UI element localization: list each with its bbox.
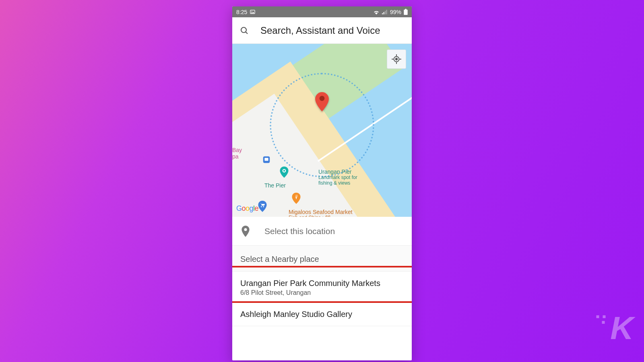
- my-location-button[interactable]: [387, 49, 406, 69]
- poi-title: The Pier: [264, 182, 286, 189]
- map-pin[interactable]: [315, 92, 329, 113]
- poi-camera-icon: [280, 167, 289, 178]
- svg-rect-5: [386, 10, 387, 14]
- map-viewport[interactable]: Urangan Pier Landmark spot for fishing &…: [232, 44, 412, 217]
- poi-title: Migaloos Seafood Market: [289, 209, 353, 215]
- poi-restaurant-icon: [292, 193, 301, 204]
- map-label-migaloos[interactable]: Migaloos Seafood Market Fish and Chips •…: [289, 209, 353, 217]
- map-label-bay-spa[interactable]: Bay pa: [232, 140, 242, 166]
- nearby-place-item[interactable]: Urangan Pier Park Community Markets 6/8 …: [232, 272, 412, 302]
- place-name: Ashleigh Manley Studio Gallery: [240, 310, 404, 319]
- search-icon: [239, 26, 249, 35]
- svg-rect-2: [382, 13, 383, 14]
- location-accuracy-circle: [270, 73, 374, 177]
- place-name: Urangan Pier Park Community Markets: [240, 279, 404, 288]
- svg-rect-4: [385, 11, 386, 14]
- poi-title: Urangan Pier: [318, 169, 357, 175]
- crosshair-icon: [391, 54, 402, 64]
- svg-point-1: [252, 11, 252, 12]
- select-this-location[interactable]: Select this location: [232, 217, 412, 246]
- signal-icon: [382, 10, 388, 14]
- select-location-label: Select this location: [264, 226, 335, 236]
- battery-icon: [404, 9, 408, 15]
- poi-subtitle: Landmark spot for fishing & views: [318, 175, 357, 186]
- search-placeholder: Search, Assistant and Voice: [260, 25, 380, 36]
- svg-rect-3: [383, 12, 384, 14]
- phone-frame: 8:25 99% Search, Assistant and Voice: [232, 6, 412, 360]
- battery-percent: 99%: [390, 9, 401, 15]
- status-time: 8:25: [236, 9, 247, 15]
- search-bar[interactable]: Search, Assistant and Voice: [232, 17, 412, 44]
- poi-title: Bay pa: [232, 147, 242, 160]
- status-bar: 8:25 99%: [232, 6, 412, 17]
- svg-point-15: [263, 206, 264, 208]
- svg-point-13: [283, 170, 285, 171]
- svg-point-18: [396, 58, 397, 60]
- poi-shopping-icon: [258, 201, 267, 212]
- poi-subtitle: Fish and Chips • $$: [289, 215, 353, 217]
- nearby-place-item[interactable]: Ashleigh Manley Studio Gallery: [232, 302, 412, 326]
- svg-point-16: [320, 96, 325, 101]
- map-label-the-pier[interactable]: The Pier: [264, 182, 286, 189]
- watermark-logo: ▪▪ ▪ K: [596, 310, 631, 347]
- svg-rect-11: [264, 158, 268, 160]
- svg-line-9: [246, 32, 248, 34]
- map-label-urangan-pier[interactable]: Urangan Pier Landmark spot for fishing &…: [318, 169, 357, 186]
- nearby-places-heading: Select a Nearby place: [232, 246, 412, 272]
- wifi-icon: [373, 10, 380, 14]
- watermark-letter: K: [610, 310, 631, 347]
- image-icon: [250, 9, 256, 15]
- svg-point-14: [261, 206, 262, 208]
- google-logo: Google: [236, 204, 258, 213]
- svg-rect-6: [405, 9, 407, 10]
- pin-outline-icon: [241, 226, 250, 237]
- svg-point-8: [241, 27, 246, 33]
- poi-bus-icon: [262, 154, 271, 165]
- svg-rect-7: [404, 10, 407, 15]
- place-address: 6/8 Pilot Street, Urangan: [240, 289, 404, 296]
